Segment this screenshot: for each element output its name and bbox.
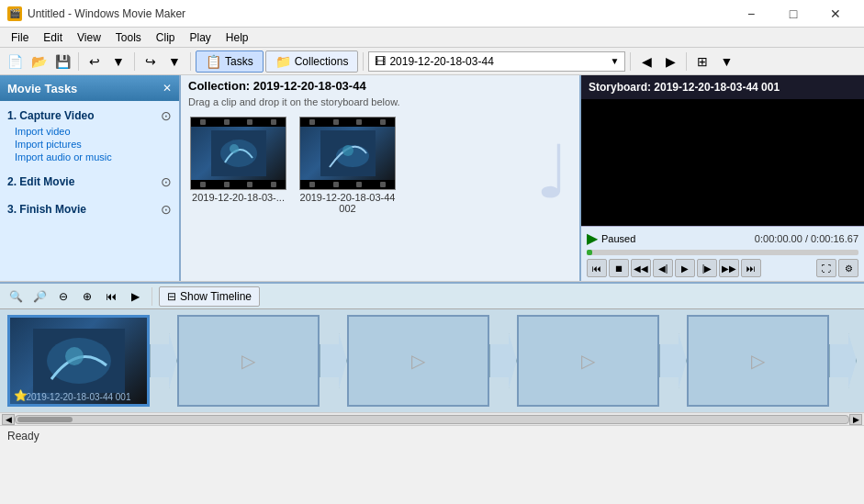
title-bar: 🎬 Untitled - Windows Movie Maker − □ ✕ [0, 0, 864, 28]
movie-tasks-panel: Movie Tasks ✕ 1. Capture Video ⊙ Import … [0, 75, 181, 281]
show-timeline-button[interactable]: ⊟ Show Timeline [159, 286, 260, 307]
storyboard-header: Storyboard: 2019-12-20-18-03-44 001 [581, 75, 864, 99]
clip-thumbnail-1 [190, 117, 286, 190]
menu-tools[interactable]: Tools [108, 29, 149, 46]
scroll-left-button[interactable]: ◀ [2, 414, 15, 425]
clip-thumbnail-2 [299, 117, 396, 190]
save-button[interactable]: 💾 [51, 50, 73, 73]
finish-movie-toggle[interactable]: ⊙ [161, 202, 172, 217]
dropdown-arrow-icon: ▼ [610, 56, 619, 66]
filmstrip-top-1 [191, 118, 286, 127]
tasks-tab[interactable]: 📋 Tasks [196, 50, 264, 73]
menu-file[interactable]: File [4, 29, 36, 46]
zoom-minus-button[interactable]: ⊖ [53, 286, 73, 307]
undo-dropdown[interactable]: ▼ [107, 50, 129, 73]
active-clip-visual [33, 329, 125, 393]
list-item[interactable]: 2019-12-20-18-03-... [188, 115, 288, 277]
table-row[interactable]: ▷ [177, 315, 320, 407]
timeline-icon: ⊟ [167, 290, 176, 303]
edit-movie-toggle[interactable]: ⊙ [161, 174, 172, 189]
status-text: Ready [7, 430, 39, 442]
player-next-frame-button[interactable]: |▶ [697, 259, 717, 277]
panel-close-button[interactable]: ✕ [163, 82, 172, 95]
close-button[interactable]: ✕ [814, 0, 857, 28]
collections-tab[interactable]: 📁 Collections [265, 50, 359, 73]
tasks-label: Tasks [225, 55, 253, 68]
next-clip-button[interactable]: ▶ [125, 286, 145, 307]
redo-button[interactable]: ↪ [140, 50, 162, 73]
minimize-button[interactable]: − [730, 0, 772, 28]
player-play-button[interactable]: ▶ [675, 259, 695, 277]
import-pictures-link[interactable]: Import pictures [7, 138, 172, 151]
scrollbar-thumb[interactable] [17, 417, 73, 422]
table-row[interactable]: ▷ [347, 315, 489, 407]
list-item[interactable]: 2019-12-20-18-03-44 002 [297, 115, 398, 277]
progress-bar[interactable] [587, 250, 858, 255]
storyboard-arrow-5 [829, 333, 857, 388]
table-row[interactable]: ⭐ 2019-12-20-18-03-44 001 [7, 315, 150, 407]
menu-help[interactable]: Help [219, 29, 256, 46]
active-clip-label: 2019-12-20-18-03-44 001 [10, 392, 147, 402]
player-rewind-button[interactable]: ◀◀ [631, 259, 651, 277]
collection-panel: Collection: 2019-12-20-18-03-44 Drag a c… [181, 75, 579, 281]
clip-image-1 [191, 118, 286, 189]
collection-dropdown[interactable]: 🎞 2019-12-20-18-03-44 ▼ [368, 51, 625, 72]
player-fast-forward-button[interactable]: ▶▶ [719, 259, 739, 277]
import-video-link[interactable]: Import video [7, 125, 172, 138]
main-toolbar: 📄 📂 💾 ↩ ▼ ↪ ▼ 📋 Tasks 📁 Collections 🎞 20… [0, 48, 864, 75]
player-end-button[interactable]: ⏭ [741, 259, 761, 277]
player-prev-frame-button[interactable]: ◀| [653, 259, 673, 277]
finish-movie-section: 3. Finish Movie ⊙ [0, 195, 179, 222]
clip-label-1: 2019-12-20-18-03-... [192, 192, 285, 203]
view-dropdown[interactable]: ▼ [715, 50, 737, 73]
maximize-button[interactable]: □ [772, 0, 814, 28]
player-status-row: ▶ Paused 0:00:00.00 / 0:00:16.67 [587, 229, 858, 248]
zoom-in-button[interactable]: 🔍 [6, 286, 26, 307]
filmstrip-bottom-2 [300, 180, 395, 189]
music-decoration: ♩ [535, 129, 570, 215]
tasks-icon: 📋 [206, 54, 221, 69]
back-button[interactable]: ◀ [635, 50, 657, 73]
panel-title: Movie Tasks [7, 82, 77, 95]
filmstrip-bottom-1 [191, 180, 286, 189]
app-icon: 🎬 [7, 6, 22, 21]
progress-fill [587, 250, 592, 255]
new-button[interactable]: 📄 [4, 50, 26, 73]
separator-6 [686, 52, 687, 71]
menu-view[interactable]: View [70, 29, 108, 46]
scroll-right-button[interactable]: ▶ [849, 414, 862, 425]
time-display: 0:00:00.00 / 0:00:16.67 [755, 233, 858, 244]
menu-play[interactable]: Play [183, 29, 219, 46]
menu-edit[interactable]: Edit [36, 29, 70, 46]
menu-clip[interactable]: Clip [149, 29, 183, 46]
separator-3 [190, 52, 191, 71]
player-fullscreen-button[interactable]: ⛶ [816, 259, 836, 277]
capture-video-toggle[interactable]: ⊙ [161, 108, 172, 123]
import-audio-link[interactable]: Import audio or music [7, 151, 172, 163]
player-stop-button[interactable]: ⏹ [609, 259, 629, 277]
empty-clip-icon: ▷ [241, 350, 255, 372]
scrollbar-track[interactable] [15, 415, 849, 424]
preview-area [581, 99, 864, 226]
view-toggle-button[interactable]: ⊞ [691, 50, 713, 73]
storyboard-separator [151, 287, 152, 306]
table-row[interactable]: ▷ [517, 315, 659, 407]
table-row[interactable]: ▷ [687, 315, 829, 407]
edit-movie-heading: 2. Edit Movie ⊙ [7, 171, 172, 191]
player-start-button[interactable]: ⏮ [587, 259, 607, 277]
main-area: Movie Tasks ✕ 1. Capture Video ⊙ Import … [0, 75, 864, 282]
prev-clip-button[interactable]: ⏮ [101, 286, 121, 307]
empty-clip-icon: ▷ [581, 350, 595, 372]
open-button[interactable]: 📂 [28, 50, 50, 73]
undo-button[interactable]: ↩ [84, 50, 106, 73]
separator-1 [78, 52, 79, 71]
svg-point-5 [342, 145, 353, 156]
forward-button[interactable]: ▶ [659, 50, 681, 73]
storyboard-clips: ⭐ 2019-12-20-18-03-44 001 ▷ ▷ ▷ ▷ [0, 309, 864, 412]
player-settings-button[interactable]: ⚙ [838, 259, 858, 277]
redo-dropdown[interactable]: ▼ [163, 50, 185, 73]
player-buttons: ⏮ ⏹ ◀◀ ◀| ▶ |▶ ▶▶ ⏭ ⛶ ⚙ [587, 257, 858, 279]
zoom-out-button[interactable]: 🔎 [29, 286, 50, 307]
empty-clip-icon: ▷ [751, 350, 765, 372]
zoom-plus-button[interactable]: ⊕ [77, 286, 97, 307]
